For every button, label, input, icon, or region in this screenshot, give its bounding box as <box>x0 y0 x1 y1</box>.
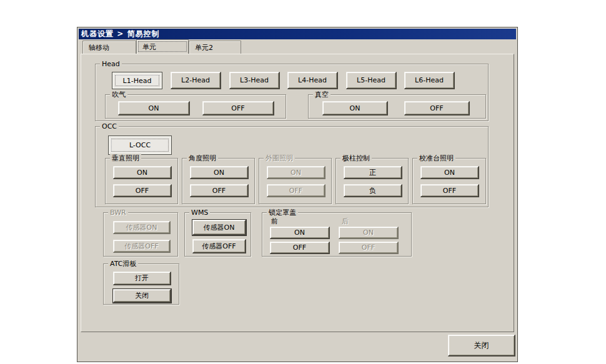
tab-axis-move[interactable]: 轴移动 <box>82 41 136 54</box>
group-lock-cover: 锁定罩盖 前 后 ON OFF ON OFF <box>262 212 412 257</box>
machine-settings-dialog: 机器设置 > 简易控制 轴移动 单元 单元2 Head L1-Head L2-H… <box>77 27 518 362</box>
tab-page-unit: Head L1-Head L2-Head L3-Head L4-Head L5-… <box>81 54 514 332</box>
tab-unit2[interactable]: 单元2 <box>189 41 241 54</box>
calibration-stage-light-on-button[interactable]: ON <box>420 166 479 179</box>
l1-head-button[interactable]: L1-Head <box>112 72 162 89</box>
group-outer-ring-light-label: 外圈照明 <box>264 154 295 163</box>
l6-head-button[interactable]: L6-Head <box>404 72 455 89</box>
lock-cover-front-label: 前 <box>271 217 278 226</box>
group-atc-slide: ATC滑板 打开 关闭 <box>103 263 179 305</box>
lock-cover-rear-label: 后 <box>342 217 349 226</box>
wms-sensor-off-button[interactable]: 传感器OFF <box>192 239 246 253</box>
group-polarity-control-label: 极柱控制 <box>340 154 372 163</box>
lock-cover-front-on-button[interactable]: ON <box>270 227 330 239</box>
l3-head-button[interactable]: L3-Head <box>229 72 280 89</box>
group-occ-label: OCC <box>100 122 119 131</box>
group-vacuum-label: 真空 <box>313 90 330 99</box>
bwr-sensor-off-button: 传感器OFF <box>113 240 171 253</box>
group-angle-light: 角度照明 ON OFF <box>182 158 255 204</box>
group-vacuum: 真空 ON OFF <box>308 94 486 119</box>
angle-light-on-button[interactable]: ON <box>190 166 249 179</box>
l2-head-button[interactable]: L2-Head <box>171 72 221 89</box>
vertical-light-off-button[interactable]: OFF <box>113 184 172 197</box>
polarity-negative-button[interactable]: 负 <box>344 184 402 197</box>
group-lock-cover-label: 锁定罩盖 <box>267 208 298 217</box>
lock-cover-front-off-button[interactable]: OFF <box>270 242 330 254</box>
group-calibration-stage-light-label: 校准台照明 <box>417 154 455 163</box>
calibration-stage-light-off-button[interactable]: OFF <box>420 184 479 197</box>
group-wms-label: WMS <box>189 208 210 217</box>
group-outer-ring-light: 外圈照明 ON OFF <box>259 158 332 204</box>
wms-sensor-on-button[interactable]: 传感器ON <box>192 220 246 235</box>
tab-unit[interactable]: 单元 <box>136 39 189 54</box>
outer-ring-light-on-button: ON <box>267 166 325 179</box>
group-angle-light-label: 角度照明 <box>187 154 218 163</box>
l5-head-button[interactable]: L5-Head <box>346 72 397 89</box>
close-dialog-button[interactable]: 关闭 <box>448 335 515 357</box>
group-bwr-label: BWR <box>108 208 128 217</box>
group-occ: OCC L-OCC 垂直照明 ON OFF 角度照明 ON OFF 外圈照明 O… <box>95 126 489 207</box>
group-calibration-stage-light: 校准台照明 ON OFF <box>412 158 486 204</box>
group-polarity-control: 极柱控制 正 负 <box>335 158 409 204</box>
blow-air-on-button[interactable]: ON <box>118 101 190 116</box>
lock-cover-rear-off-button: OFF <box>339 242 399 254</box>
group-atc-slide-label: ATC滑板 <box>108 259 138 268</box>
group-vertical-light-label: 垂直照明 <box>110 154 141 163</box>
vacuum-on-button[interactable]: ON <box>322 101 388 116</box>
bwr-sensor-on-button: 传感器ON <box>113 221 171 234</box>
l-occ-button[interactable]: L-OCC <box>108 135 172 155</box>
group-head-label: Head <box>100 59 122 69</box>
group-blow-air-label: 吹气 <box>110 90 127 99</box>
group-blow-air: 吹气 ON OFF <box>105 94 286 119</box>
blow-air-off-button[interactable]: OFF <box>202 101 274 116</box>
l4-head-button[interactable]: L4-Head <box>287 72 338 89</box>
atc-close-button[interactable]: 关闭 <box>113 289 171 303</box>
outer-ring-light-off-button: OFF <box>267 184 325 197</box>
vacuum-off-button[interactable]: OFF <box>404 101 470 116</box>
vertical-light-on-button[interactable]: ON <box>113 166 172 179</box>
group-bwr: BWR 传感器ON 传感器OFF <box>103 212 178 257</box>
angle-light-off-button[interactable]: OFF <box>190 184 249 197</box>
lock-cover-rear-on-button: ON <box>339 227 399 239</box>
group-wms: WMS 传感器ON 传感器OFF <box>184 212 251 257</box>
group-vertical-light: 垂直照明 ON OFF <box>105 158 178 204</box>
dialog-title: 机器设置 > 简易控制 <box>79 29 516 39</box>
group-head: Head L1-Head L2-Head L3-Head L4-Head L5-… <box>95 64 489 121</box>
polarity-positive-button[interactable]: 正 <box>344 166 402 179</box>
atc-open-button[interactable]: 打开 <box>113 272 171 285</box>
